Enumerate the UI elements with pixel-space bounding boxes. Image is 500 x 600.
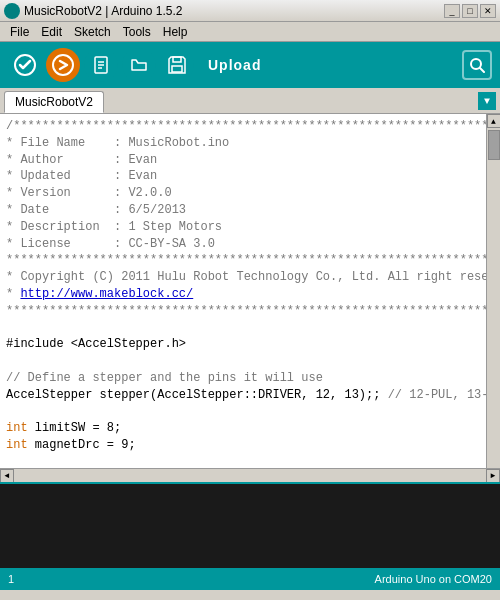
tab-bar: MusicRobotV2 ▼ — [0, 88, 500, 114]
verify-button[interactable] — [8, 48, 42, 82]
menu-sketch[interactable]: Sketch — [68, 24, 117, 40]
toolbar: Upload — [0, 42, 500, 88]
verify-icon — [14, 54, 36, 76]
status-bar: 1 Arduino Uno on COM20 — [0, 568, 500, 590]
tab-dropdown-button[interactable]: ▼ — [478, 92, 496, 110]
search-button[interactable] — [462, 50, 492, 80]
svg-line-9 — [480, 68, 484, 72]
vertical-scrollbar[interactable]: ▲ — [486, 114, 500, 468]
upload-arrow-icon — [52, 54, 74, 76]
code-editor[interactable]: /***************************************… — [0, 114, 486, 468]
open-folder-icon — [129, 55, 149, 75]
svg-rect-7 — [172, 66, 182, 72]
app-icon — [4, 3, 20, 19]
close-button[interactable]: ✕ — [480, 4, 496, 18]
menu-tools[interactable]: Tools — [117, 24, 157, 40]
new-file-icon — [91, 55, 111, 75]
scroll-right-button[interactable]: ► — [486, 469, 500, 483]
title-bar: MusicRobotV2 | Arduino 1.5.2 _ □ ✕ — [0, 0, 500, 22]
menu-help[interactable]: Help — [157, 24, 194, 40]
editor-scroll: /***************************************… — [0, 114, 500, 468]
svg-rect-6 — [173, 57, 181, 62]
open-button[interactable] — [122, 48, 156, 82]
editor-area: /***************************************… — [0, 114, 500, 482]
tab-musicrobotv2[interactable]: MusicRobotV2 — [4, 91, 104, 113]
scroll-track-h[interactable] — [14, 469, 486, 483]
upload-label-button[interactable]: Upload — [198, 53, 271, 77]
save-icon — [167, 55, 187, 75]
scroll-up-button[interactable]: ▲ — [487, 114, 501, 128]
upload-button[interactable] — [46, 48, 80, 82]
menu-file[interactable]: File — [4, 24, 35, 40]
new-button[interactable] — [84, 48, 118, 82]
minimize-button[interactable]: _ — [444, 4, 460, 18]
search-icon — [469, 57, 485, 73]
board-info: Arduino Uno on COM20 — [375, 573, 492, 585]
menu-bar: File Edit Sketch Tools Help — [0, 22, 500, 42]
window-title: MusicRobotV2 | Arduino 1.5.2 — [24, 4, 442, 18]
horizontal-scrollbar-container: ◄ ► — [0, 468, 500, 482]
svg-point-1 — [53, 55, 73, 75]
line-number: 1 — [8, 573, 14, 585]
menu-edit[interactable]: Edit — [35, 24, 68, 40]
scroll-thumb-v[interactable] — [488, 130, 500, 160]
maximize-button[interactable]: □ — [462, 4, 478, 18]
serial-monitor-area — [0, 482, 500, 568]
save-button[interactable] — [160, 48, 194, 82]
scroll-left-button[interactable]: ◄ — [0, 469, 14, 483]
